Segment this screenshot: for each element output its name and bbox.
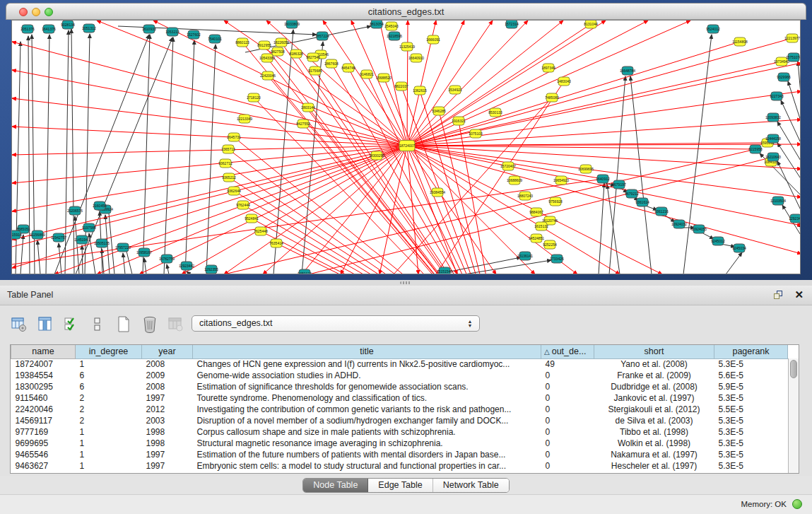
- table-cell[interactable]: 0: [541, 460, 594, 472]
- graph-node[interactable]: 1075103: [469, 129, 483, 138]
- graph-node[interactable]: 9524841: [245, 214, 259, 223]
- graph-node[interactable]: 12213349: [237, 115, 252, 123]
- graph-node[interactable]: 8131044: [584, 21, 598, 28]
- graph-node[interactable]: 2545043: [384, 22, 399, 30]
- graph-node[interactable]: 8454749: [341, 64, 355, 72]
- table-cell[interactable]: Corpus callosum shape and size in male p…: [193, 426, 541, 438]
- table-cell[interactable]: 22420046: [11, 404, 76, 415]
- graph-node[interactable]: 15136141: [517, 252, 533, 260]
- graph-node[interactable]: 9175685: [308, 66, 322, 75]
- table-row[interactable]: 946362711997Embryonic stem cells: a mode…: [11, 460, 788, 472]
- graph-node[interactable]: 19654923: [553, 176, 569, 185]
- graph-node[interactable]: 2645731: [227, 133, 241, 141]
- table-cell[interactable]: 5.3E-5: [714, 438, 788, 449]
- graph-node[interactable]: 22420046: [260, 71, 276, 80]
- table-cell[interactable]: Embryonic stem cells: a model to study s…: [193, 460, 541, 472]
- graph-node[interactable]: 2051376: [20, 25, 35, 33]
- table-cell[interactable]: 5.9E-5: [714, 381, 788, 392]
- graph-node[interactable]: 16782759: [159, 255, 175, 263]
- graph-node[interactable]: 17957223: [115, 243, 131, 252]
- column-header-short[interactable]: short: [594, 345, 714, 358]
- graph-node[interactable]: 20206576: [67, 206, 83, 215]
- graph-node[interactable]: 12942757: [51, 233, 66, 242]
- graph-node[interactable]: 15688520: [376, 74, 392, 82]
- graph-node[interactable]: 2051312: [82, 24, 96, 33]
- graph-node[interactable]: 8813054: [370, 21, 384, 28]
- graph-node[interactable]: 11325419: [399, 42, 415, 51]
- graph-node[interactable]: 1733426: [550, 255, 564, 263]
- table-cell[interactable]: 5.3E-5: [714, 392, 788, 404]
- graph-node[interactable]: 10688609: [507, 176, 522, 185]
- table-cell[interactable]: Nakamura et al. (1997): [594, 449, 714, 460]
- table-cell[interactable]: 9115460: [11, 392, 76, 404]
- graph-node[interactable]: 18724007: [399, 141, 415, 151]
- table-cell[interactable]: 1: [76, 449, 142, 460]
- table-row[interactable]: 946554611997Estimation of the future num…: [11, 449, 788, 460]
- graph-node[interactable]: 5346285: [432, 107, 446, 115]
- table-cell[interactable]: Hescheler et al. (1997): [594, 460, 714, 472]
- table-cell[interactable]: 5.3E-5: [714, 449, 788, 460]
- graph-node[interactable]: 1610933: [142, 25, 156, 33]
- table-cell[interactable]: 2: [76, 392, 142, 404]
- graph-node[interactable]: 18226058: [273, 38, 289, 47]
- graph-node[interactable]: 8427552: [296, 119, 310, 128]
- graph-node[interactable]: 1483043: [557, 77, 571, 86]
- table-cell[interactable]: 9777169: [11, 426, 76, 438]
- graph-node[interactable]: 1916321: [452, 117, 466, 125]
- table-cell[interactable]: 0: [541, 392, 594, 404]
- graph-node[interactable]: 1292344: [789, 214, 801, 223]
- splitter-grip-icon[interactable]: [400, 281, 411, 284]
- graph-node[interactable]: 15720407: [500, 162, 516, 170]
- graph-node[interactable]: 1053213: [165, 28, 180, 36]
- table-cell[interactable]: 0: [541, 370, 594, 381]
- column-header-indegree[interactable]: in_degree: [76, 345, 142, 358]
- graph-node[interactable]: 9365212: [222, 173, 236, 182]
- table-cell[interactable]: 1: [76, 426, 142, 438]
- column-header-title[interactable]: title: [193, 345, 541, 358]
- table-row[interactable]: 1830029562008Estimation of significance …: [11, 381, 788, 392]
- graph-node[interactable]: 2803144: [301, 103, 315, 112]
- delete-column-trash-icon[interactable]: [141, 315, 159, 334]
- graph-node[interactable]: 14524851: [529, 234, 544, 243]
- close-panel-icon[interactable]: ✕: [794, 288, 804, 301]
- graph-node[interactable]: 9028134: [61, 21, 75, 29]
- table-row[interactable]: 1456911722003Disruption of a novel membe…: [11, 415, 788, 426]
- table-cell[interactable]: Disruption of a novel member of a sodium…: [193, 415, 541, 426]
- table-cell[interactable]: Structural magnetic resonance image aver…: [193, 438, 541, 449]
- graph-node[interactable]: 8530133: [488, 108, 502, 117]
- graph-node[interactable]: 10543382: [259, 54, 275, 62]
- graph-node[interactable]: 12093832: [765, 113, 781, 122]
- graph-node[interactable]: 18300295: [369, 151, 384, 160]
- graph-node[interactable]: 7857224: [315, 32, 329, 40]
- table-cell[interactable]: 0: [541, 449, 594, 460]
- table-cell[interactable]: Franke et al. (2009): [594, 370, 714, 381]
- graph-node[interactable]: 19218596: [387, 32, 402, 40]
- table-cell[interactable]: Dudbridge et al. (2008): [594, 381, 714, 392]
- graph-node[interactable]: 1615132: [534, 222, 548, 230]
- table-row[interactable]: 2242004622012Investigating the contribut…: [11, 404, 788, 415]
- table-cell[interactable]: Estimation of significance thresholds fo…: [193, 381, 541, 392]
- graph-node[interactable]: 16210643: [765, 153, 781, 161]
- graph-node[interactable]: 1292355: [204, 265, 218, 274]
- graph-node[interactable]: 1362615: [413, 86, 427, 95]
- table-row[interactable]: 911546021997Tourette syndrome. Phenomeno…: [11, 392, 788, 404]
- network-table-select[interactable]: citations_edges.txt ▲ ▼: [192, 315, 480, 332]
- graph-node[interactable]: 9762444: [236, 201, 250, 209]
- graph-node[interactable]: 8912955: [257, 41, 271, 49]
- graph-node[interactable]: 7625448: [254, 227, 268, 235]
- graph-node[interactable]: 19384554: [430, 188, 445, 197]
- table-cell[interactable]: 2008: [142, 381, 193, 392]
- table-row[interactable]: 1872400712008Changes of HCN gene express…: [11, 358, 788, 370]
- table-cell[interactable]: 5.3E-5: [714, 358, 788, 370]
- graph-node[interactable]: 13505135: [94, 239, 110, 247]
- graph-node[interactable]: 9884067: [529, 208, 543, 216]
- table-cell[interactable]: 18300295: [11, 381, 76, 392]
- graph-node[interactable]: 1640912: [596, 175, 610, 183]
- graph-node[interactable]: 8215958: [748, 145, 763, 153]
- graph-node[interactable]: 11156869: [30, 230, 45, 239]
- graph-node[interactable]: 12213977: [784, 34, 800, 42]
- graph-node[interactable]: 9227343: [770, 92, 784, 100]
- table-cell[interactable]: 0: [541, 381, 594, 392]
- table-mode-icon[interactable]: [10, 315, 28, 334]
- row-height-icon[interactable]: [88, 315, 107, 334]
